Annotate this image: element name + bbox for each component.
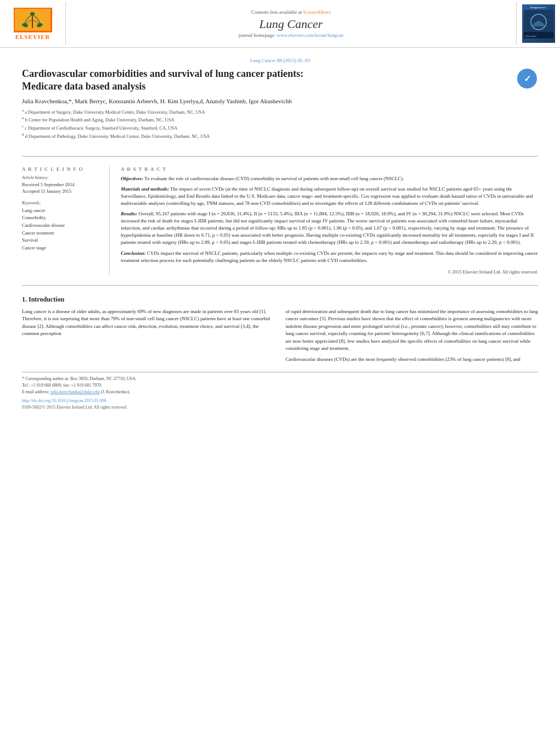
journal-homepage-line: journal homepage: www.elsevier.com/locat…: [239, 32, 344, 38]
science-direct-link[interactable]: ScienceDirect: [303, 9, 331, 15]
svg-point-4: [24, 25, 28, 27]
authors-line: Julia Kravchenkoa,*, Mark Berryc, Konsta…: [22, 98, 538, 104]
journal-title: Lung Cancer: [259, 17, 323, 31]
objectives-label: Objectives:: [121, 176, 143, 181]
email-label: E-mail address:: [22, 389, 49, 394]
article-history-label: Article history:: [22, 175, 102, 180]
methods-text: The impact of seven CVDs (at the time of…: [121, 186, 533, 206]
conclusion-text: CVDs impact the survival of NSCLC patien…: [121, 250, 537, 263]
article-history-block: Article history: Received 5 September 20…: [22, 175, 102, 195]
article-title: Cardiovascular comorbidities and surviva…: [22, 68, 511, 93]
intro-section-title: 1. Introduction: [22, 295, 538, 304]
elsevier-emblem: [14, 8, 52, 32]
tel-fax: Tel.: +1 919 668 6809; fax: +1 919 681 7…: [22, 382, 538, 389]
article-info-header: A R T I C L E I N F O: [22, 166, 102, 172]
science-direct-line: Contents lists available at ScienceDirec…: [251, 9, 331, 15]
methods-label: Materials and methods:: [121, 186, 169, 192]
section-divider: [22, 156, 538, 157]
section-divider-2: [22, 285, 538, 286]
affiliation-b: b b Center for Population Health and Agi…: [22, 115, 538, 124]
journal-cover-thumbnail: lungcancer lung cancer: [516, 2, 560, 45]
elsevier-wordmark: ELSEVIER: [15, 34, 51, 40]
keyword-comorbidity: Comorbidity: [22, 214, 102, 222]
copyright-line: © 2015 Elsevier Ireland Ltd. All rights …: [121, 269, 538, 275]
issn-line: 0169-5002/© 2015 Elsevier Ireland Ltd. A…: [22, 404, 538, 411]
affiliation-c: c c Department of Cardiothoracic Surgery…: [22, 124, 538, 132]
footnote-section: * Corresponding author at: Box 3850, Dur…: [22, 372, 538, 411]
intro-col-right: of rapid deterioration and subsequent de…: [285, 308, 538, 367]
corresponding-author: * Corresponding author at: Box 3850, Dur…: [22, 376, 538, 382]
article-header: Lung Cancer 88 (2015) 85–93 Cardiovascul…: [0, 48, 560, 152]
keyword-cancer-stage: Cancer stage: [22, 244, 102, 252]
accepted-date: Accepted 11 January 2015: [22, 188, 102, 195]
keywords-label: Keywords:: [22, 200, 102, 205]
svg-point-5: [37, 25, 41, 27]
abstract-conclusion: Conclusion: CVDs impact the survival of …: [121, 250, 538, 264]
objectives-text: To evaluate the role of cardiovascular d…: [144, 176, 404, 181]
journal-center-header: Contents lists available at ScienceDirec…: [66, 2, 516, 45]
email-line: E-mail address: julia.kravchanka@duke.ed…: [22, 389, 538, 395]
intro-col-left: Lung cancer is a disease of older adults…: [22, 308, 275, 367]
keyword-cancer-treatment: Cancer treatment: [22, 230, 102, 237]
intro-para-3: Cardiovascular diseases (CVDs) are the m…: [285, 356, 538, 364]
abstract-content: Objectives: To evaluate the role of card…: [121, 175, 538, 275]
cover-title: lungcancer: [530, 6, 546, 9]
results-label: Results:: [121, 211, 137, 216]
intro-para-1: Lung cancer is a disease of older adults…: [22, 308, 275, 338]
affiliations-block: a a Department of Surgery, Duke Universi…: [22, 108, 538, 140]
received-date: Received 5 September 2014: [22, 182, 102, 188]
doi-line: http://dx.doi.org/10.1016/j.lungcan.2015…: [22, 398, 538, 404]
affiliation-d: d d Department of Pathology, Duke Univer…: [22, 132, 538, 140]
article-info-abstract-section: A R T I C L E I N F O Article history: R…: [0, 161, 560, 281]
intro-two-col: Lung cancer is a disease of older adults…: [22, 308, 538, 367]
abstract-header: A B S T R A C T: [121, 166, 538, 172]
cover-image: lungcancer lung cancer: [522, 4, 555, 43]
journal-homepage-link[interactable]: www.elsevier.com/locate/lungcan: [277, 32, 343, 38]
journal-reference: Lung Cancer 88 (2015) 85–93: [22, 58, 538, 63]
affiliation-a: a a Department of Surgery, Duke Universi…: [22, 108, 538, 116]
keywords-block: Keywords: Lung cancer Comorbidity Cardio…: [22, 200, 102, 252]
elsevier-logo: ELSEVIER: [0, 2, 66, 45]
keyword-lung-cancer: Lung cancer: [22, 207, 102, 215]
svg-point-6: [30, 12, 35, 15]
crossmark-circle: ✓: [517, 69, 537, 88]
crossmark-logo: ✓: [516, 68, 538, 90]
keyword-survival: Survival: [22, 237, 102, 244]
keyword-cardiovascular: Cardiovascular disease: [22, 222, 102, 230]
page-header: ELSEVIER Contents lists available at Sci…: [0, 0, 560, 48]
svg-text:lung cancer: lung cancer: [525, 35, 537, 37]
main-content: 1. Introduction Lung cancer is a disease…: [0, 290, 560, 417]
email-suffix: (J. Kravchenko).: [101, 389, 131, 394]
abstract-methods: Materials and methods: The impact of sev…: [121, 186, 538, 207]
article-title-section: Cardiovascular comorbidities and surviva…: [22, 68, 538, 93]
abstract-results: Results: Overall, 95,167 patients with s…: [121, 210, 538, 246]
results-text: Overall, 95,167 patients with stage I (n…: [121, 211, 534, 245]
intro-para-2: of rapid deterioration and subsequent de…: [285, 308, 538, 353]
abstract-column: A B S T R A C T Objectives: To evaluate …: [121, 166, 538, 275]
abstract-objectives: Objectives: To evaluate the role of card…: [121, 175, 538, 182]
conclusion-label: Conclusion:: [121, 250, 146, 256]
article-info-column: A R T I C L E I N F O Article history: R…: [22, 166, 110, 275]
email-link[interactable]: julia.kravchanka@duke.edu: [51, 389, 100, 394]
